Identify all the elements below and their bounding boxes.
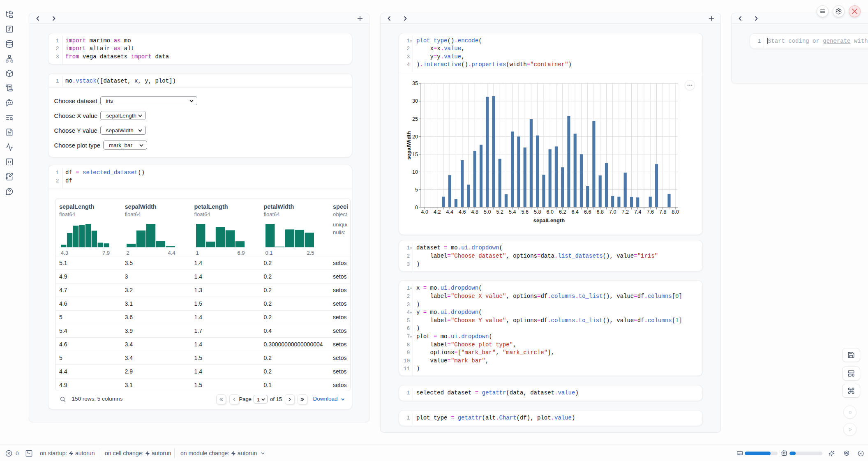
svg-text:sepalLength: sepalLength (533, 217, 565, 223)
svg-text:35: 35 (412, 81, 418, 86)
svg-text:4.8: 4.8 (471, 209, 478, 214)
svg-text:5.6: 5.6 (522, 209, 529, 214)
svg-text:20: 20 (412, 134, 418, 139)
svg-text:4.6: 4.6 (459, 209, 466, 214)
svg-text:7.6: 7.6 (647, 209, 654, 214)
svg-text:0: 0 (415, 205, 418, 210)
svg-text:10: 10 (412, 169, 418, 175)
svg-text:4.4: 4.4 (446, 209, 453, 214)
svg-text:6.8: 6.8 (597, 209, 604, 214)
svg-text:6.4: 6.4 (572, 209, 579, 214)
svg-text:15: 15 (412, 151, 418, 157)
svg-text:4.0: 4.0 (421, 209, 428, 214)
svg-text:5.0: 5.0 (484, 209, 491, 214)
svg-text:7.0: 7.0 (609, 209, 616, 214)
svg-text:6.0: 6.0 (547, 209, 554, 214)
svg-text:5.2: 5.2 (496, 209, 503, 214)
svg-text:5.4: 5.4 (509, 209, 516, 214)
svg-text:6.2: 6.2 (559, 209, 566, 214)
svg-text:7.4: 7.4 (634, 209, 641, 214)
svg-text:sepalWidth: sepalWidth (406, 131, 412, 159)
svg-text:8.0: 8.0 (672, 209, 679, 214)
svg-text:30: 30 (412, 98, 418, 104)
svg-text:25: 25 (412, 116, 418, 122)
svg-text:7.2: 7.2 (622, 209, 629, 214)
svg-text:5: 5 (415, 187, 418, 192)
svg-text:5.8: 5.8 (534, 209, 541, 214)
svg-text:4.2: 4.2 (434, 209, 441, 214)
svg-text:6.6: 6.6 (584, 209, 591, 214)
svg-text:7.8: 7.8 (659, 209, 666, 214)
